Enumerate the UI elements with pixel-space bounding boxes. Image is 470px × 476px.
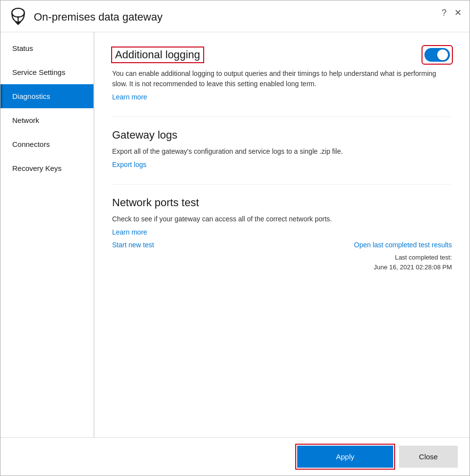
toggle-knob — [437, 49, 448, 60]
gateway-logs-section: Gateway logs Export all of the gateway's… — [112, 129, 452, 168]
additional-logging-header: Additional logging — [112, 46, 452, 64]
svg-point-0 — [12, 8, 24, 17]
window-controls: ? ✕ — [442, 7, 462, 18]
additional-logging-toggle[interactable] — [424, 48, 450, 62]
network-ports-learn-more-link[interactable]: Learn more — [112, 228, 452, 236]
app-window: On-premises data gateway ? ✕ Status Serv… — [0, 0, 470, 476]
additional-logging-section: Additional logging You can enable additi… — [112, 46, 452, 101]
network-ports-test-section: Network ports test Check to see if your … — [112, 196, 452, 272]
help-button[interactable]: ? — [442, 8, 446, 18]
toggle-container — [423, 46, 452, 64]
content-main: Additional logging You can enable additi… — [112, 46, 452, 428]
app-title: On-premises data gateway — [34, 11, 462, 24]
start-new-test-link[interactable]: Start new test — [112, 241, 154, 249]
gateway-logs-header: Gateway logs — [112, 129, 452, 142]
network-ports-description: Check to see if your gateway can access … — [112, 214, 452, 224]
sidebar-item-connectors[interactable]: Connectors — [0, 132, 94, 156]
close-button[interactable]: Close — [399, 446, 458, 468]
divider-2 — [112, 184, 452, 185]
export-logs-link[interactable]: Export logs — [112, 161, 146, 168]
sidebar-item-diagnostics[interactable]: Diagnostics — [0, 84, 94, 108]
footer: Apply Close — [0, 437, 470, 476]
sidebar-item-recovery-keys[interactable]: Recovery Keys — [0, 156, 94, 180]
title-bar: On-premises data gateway ? ✕ — [0, 0, 470, 32]
sidebar-item-status[interactable]: Status — [0, 36, 94, 60]
network-ports-header: Network ports test — [112, 196, 452, 209]
body: Status Service Settings Diagnostics Netw… — [0, 32, 470, 437]
app-icon — [8, 7, 28, 27]
additional-logging-description: You can enable additional logging to out… — [112, 69, 452, 89]
close-window-button[interactable]: ✕ — [454, 7, 462, 18]
additional-logging-title: Additional logging — [112, 48, 203, 62]
content-area: Additional logging You can enable additi… — [94, 32, 470, 437]
gateway-logs-title: Gateway logs — [112, 129, 177, 142]
sidebar-item-network[interactable]: Network — [0, 108, 94, 132]
last-test-date: June 16, 2021 02:28:08 PM — [112, 262, 452, 272]
open-last-results-link[interactable]: Open last completed test results — [354, 241, 452, 249]
last-test-info: Last completed test: June 16, 2021 02:28… — [112, 253, 452, 272]
test-actions: Start new test Open last completed test … — [112, 241, 452, 249]
network-ports-title: Network ports test — [112, 196, 199, 209]
gateway-logs-description: Export all of the gateway's configuratio… — [112, 146, 452, 157]
last-test-label: Last completed test: — [112, 253, 452, 262]
additional-logging-learn-more-link[interactable]: Learn more — [112, 93, 147, 101]
sidebar-item-service-settings[interactable]: Service Settings — [0, 60, 94, 84]
apply-button[interactable]: Apply — [297, 446, 393, 468]
sidebar: Status Service Settings Diagnostics Netw… — [0, 32, 94, 437]
divider-1 — [112, 117, 452, 117]
